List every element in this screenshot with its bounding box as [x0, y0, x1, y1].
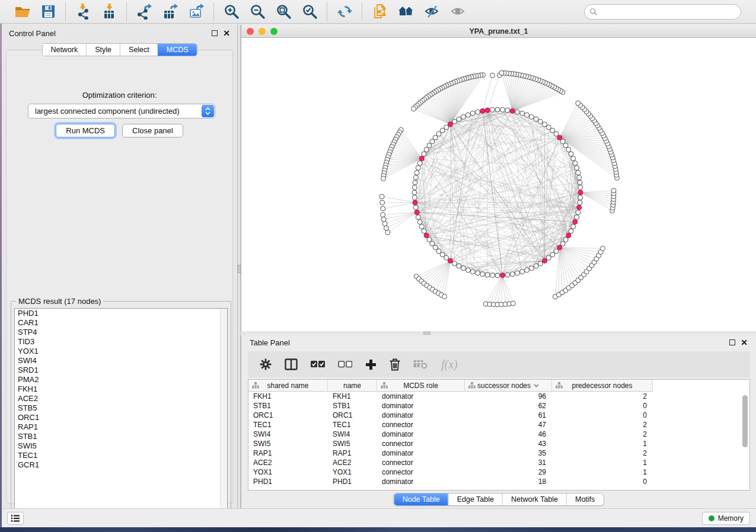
mcds-result-group: MCDS result (17 nodes) PHD1CAR1STP4TID3Y… — [11, 301, 231, 521]
show-all-icon[interactable] — [449, 3, 467, 21]
zoom-out-icon[interactable] — [248, 3, 266, 21]
open-file-icon[interactable] — [13, 3, 31, 21]
column-header-MCDS-role[interactable]: MCDS role — [377, 380, 465, 392]
memory-button[interactable]: Memory — [702, 512, 750, 525]
cell-shared-name: ACE2 — [248, 459, 328, 467]
export-table-icon[interactable] — [161, 3, 179, 21]
result-list-item[interactable]: FKH1 — [15, 384, 227, 394]
table-row[interactable]: RAP1RAP1dominator352 — [248, 448, 749, 458]
result-list-item[interactable]: GCR1 — [15, 460, 227, 470]
tab-select[interactable]: Select — [120, 44, 158, 56]
table-row[interactable]: ORC1ORC1dominator610 — [248, 411, 749, 420]
table-toolbar: f(x) — [248, 351, 750, 377]
result-list-item[interactable]: TEC1 — [15, 451, 227, 460]
column-header-predecessor-nodes[interactable]: predecessor nodes — [552, 380, 653, 392]
zoom-in-icon[interactable] — [222, 3, 240, 21]
cell-name: SWI5 — [328, 440, 377, 448]
close-panel-button[interactable]: Close panel — [122, 124, 183, 137]
table-row[interactable]: SWI5SWI5connector431 — [248, 439, 749, 448]
result-list-item[interactable]: PMA2 — [15, 375, 227, 384]
table-row[interactable]: YOX1YOX1connector291 — [248, 467, 749, 477]
column-header-name[interactable]: name — [328, 380, 377, 392]
main-toolbar — [0, 0, 756, 24]
result-list-item[interactable]: CAR1 — [15, 318, 227, 328]
import-network-icon[interactable] — [74, 3, 92, 21]
cell-successor-nodes: 18 — [465, 477, 552, 486]
node-table[interactable]: shared namenameMCDS rolesuccessor nodesp… — [248, 379, 750, 491]
control-panel-tabs: NetworkStyleSelectMCDS — [42, 43, 197, 56]
tab-style[interactable]: Style — [86, 44, 120, 56]
columns-icon[interactable] — [285, 358, 298, 370]
close-panel-icon[interactable]: ✕ — [223, 30, 230, 36]
clone-network-icon[interactable] — [371, 3, 388, 21]
result-list-item[interactable]: RAP1 — [15, 422, 227, 432]
select-all-icon[interactable] — [311, 361, 325, 368]
result-list-item[interactable]: STB1 — [15, 432, 227, 441]
result-list-item[interactable]: YOX1 — [15, 347, 227, 356]
result-list-item[interactable]: SRD1 — [15, 366, 227, 375]
cell-MCDS-role: dominator — [377, 449, 465, 457]
horizontal-splitter-handle[interactable] — [423, 332, 430, 335]
close-window-icon[interactable] — [247, 28, 254, 35]
table-row[interactable]: STB1STB1dominator620 — [248, 401, 749, 411]
cell-predecessor-nodes: 2 — [552, 449, 653, 457]
table-row[interactable]: FKH1FKH1dominator962 — [248, 392, 749, 401]
mcds-result-list[interactable]: PHD1CAR1STP4TID3YOX1SWI4SRD1PMA2FKH1ACE2… — [14, 308, 228, 518]
table-row[interactable]: ACE2ACE2connector311 — [248, 458, 749, 467]
minimize-window-icon[interactable] — [259, 28, 266, 35]
search-box[interactable] — [584, 4, 741, 20]
criterion-dropdown[interactable]: largest connected component (undirected) — [28, 104, 215, 118]
table-row[interactable]: TEC1TEC1connector472 — [248, 420, 749, 430]
table-row[interactable]: SWI4SWI4dominator462 — [248, 430, 749, 439]
result-list-item[interactable]: ORC1 — [15, 413, 227, 422]
close-table-panel-icon[interactable]: ✕ — [741, 339, 748, 345]
task-history-button[interactable] — [7, 512, 24, 525]
result-list-item[interactable]: STB5 — [15, 403, 227, 413]
save-session-icon[interactable] — [39, 3, 57, 21]
column-header-successor-nodes[interactable]: successor nodes — [465, 380, 552, 392]
result-list-item[interactable]: SWI5 — [15, 441, 227, 451]
hide-selected-icon[interactable] — [423, 3, 441, 21]
mcds-result-title: MCDS result (17 nodes) — [16, 297, 103, 306]
tab-network[interactable]: Network — [42, 44, 86, 56]
table-scrollbar[interactable] — [742, 393, 748, 488]
export-network-icon[interactable] — [135, 3, 153, 21]
export-image-icon[interactable] — [187, 3, 205, 21]
network-window-titlebar[interactable]: YPA_prune.txt_1 — [241, 25, 756, 38]
cell-successor-nodes: 47 — [465, 421, 552, 429]
result-list-scrollbar[interactable] — [220, 309, 227, 517]
result-list-item[interactable]: TID3 — [15, 337, 227, 347]
zoom-fit-icon[interactable] — [275, 3, 292, 21]
result-list-item[interactable]: STP4 — [15, 328, 227, 337]
apply-layout-icon[interactable] — [336, 3, 353, 21]
import-table-icon[interactable] — [100, 3, 118, 21]
deselect-all-icon[interactable] — [338, 361, 352, 368]
float-panel-icon[interactable] — [212, 30, 218, 36]
result-list-item[interactable]: ACE2 — [15, 394, 227, 403]
column-header-shared-name[interactable]: shared name — [248, 380, 328, 392]
gear-icon[interactable] — [260, 358, 272, 370]
table-body: FKH1FKH1dominator962STB1STB1dominator620… — [248, 392, 749, 490]
tab-node-table[interactable]: Node Table — [394, 493, 448, 505]
run-mcds-button[interactable]: Run MCDS — [56, 124, 115, 137]
table-scrollbar-thumb[interactable] — [742, 395, 748, 447]
maximize-window-icon[interactable] — [270, 28, 277, 35]
delete-column-icon[interactable] — [390, 358, 400, 371]
tab-network-table[interactable]: Network Table — [502, 493, 566, 505]
add-column-icon[interactable] — [365, 359, 377, 370]
horizontal-splitter[interactable] — [241, 331, 756, 335]
tab-motifs[interactable]: Motifs — [566, 493, 603, 505]
search-input[interactable] — [601, 6, 741, 18]
table-tabs: Node TableEdge TableNetwork TableMotifs — [394, 493, 604, 506]
result-list-item[interactable]: PHD1 — [15, 309, 227, 318]
cell-name: SWI4 — [328, 430, 377, 438]
table-row[interactable]: PHD1PHD1dominator180 — [248, 477, 749, 486]
tab-edge-table[interactable]: Edge Table — [448, 493, 502, 505]
zoom-selected-icon[interactable] — [301, 3, 318, 21]
first-neighbors-icon[interactable] — [397, 3, 414, 21]
tab-mcds[interactable]: MCDS — [158, 44, 197, 56]
float-table-panel-icon[interactable] — [729, 339, 735, 345]
network-canvas[interactable] — [241, 38, 756, 331]
result-list-item[interactable]: SWI4 — [15, 356, 227, 366]
cell-predecessor-nodes: 0 — [552, 477, 653, 486]
